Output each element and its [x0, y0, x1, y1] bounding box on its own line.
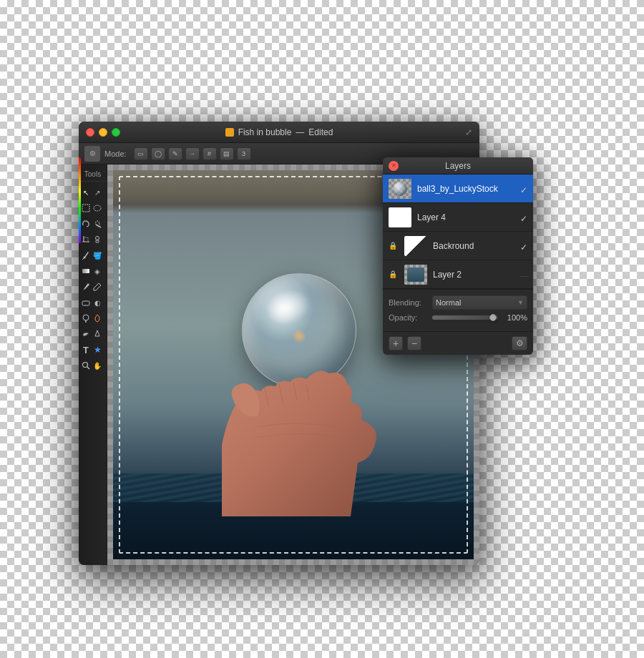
layer-name-layer4: Layer 4	[417, 212, 514, 222]
paint-bucket-icon: 🪣	[92, 250, 102, 260]
close-button[interactable]	[86, 128, 94, 137]
layer-visibility-backround[interactable]: ✓	[520, 242, 527, 250]
tool-smudge[interactable]	[79, 326, 104, 342]
toolbar-btn-3d[interactable]: 3	[237, 147, 251, 160]
blur-icon: ◐	[92, 298, 102, 308]
layer-item-ball[interactable]: ball3_by_LuckyStock ✓	[383, 175, 533, 203]
opacity-slider[interactable]	[432, 315, 498, 320]
tool-gradient[interactable]: ◈	[79, 263, 104, 279]
svg-line-16	[82, 258, 84, 260]
tool-crop[interactable]	[79, 232, 104, 247]
layer-visibility-layer4[interactable]: ✓	[520, 214, 527, 221]
mode-label: Mode:	[104, 149, 127, 158]
svg-point-1	[94, 205, 101, 211]
tools-panel: Tools ↖ ↗	[79, 164, 107, 565]
layers-close-button[interactable]: ✕	[389, 161, 399, 171]
sharpen-icon	[92, 329, 102, 339]
cursor-icon: ↖	[81, 187, 91, 197]
tool-brush[interactable]	[79, 279, 104, 295]
rect-select-icon	[81, 203, 91, 213]
app-icon	[225, 128, 234, 137]
tool-lasso[interactable]	[79, 216, 104, 232]
tool-dodge[interactable]	[79, 310, 104, 326]
layer-thumb-backround	[404, 236, 427, 256]
toolbar-btn-path[interactable]: ✎	[168, 147, 182, 160]
layers-controls: Blending: Normal ▼ Opacity: 100%	[383, 289, 533, 331]
window-title: Fish in bubble — Edited	[225, 127, 333, 137]
expand-button[interactable]: ⤢	[465, 127, 472, 137]
stamp-icon	[92, 235, 102, 245]
svg-point-21	[83, 363, 88, 368]
title-bar: Fish in bubble — Edited ⤢	[79, 122, 479, 143]
tool-cursor[interactable]: ↖ ↗	[79, 185, 104, 200]
layer-thumb-layer4	[389, 207, 411, 227]
minimize-button[interactable]	[99, 128, 107, 137]
direct-select-icon: ↗	[92, 187, 102, 197]
svg-rect-13	[96, 240, 99, 242]
svg-rect-0	[82, 205, 89, 212]
toolbar-btn-grid[interactable]: #	[203, 147, 217, 160]
opacity-handle[interactable]	[489, 314, 497, 321]
tool-text[interactable]: T ★	[79, 342, 104, 358]
svg-line-4	[99, 222, 100, 223]
eraser-icon	[81, 298, 91, 308]
tool-eraser[interactable]: ◐	[79, 295, 104, 310]
zoom-icon	[81, 360, 91, 370]
layer-visibility-ball[interactable]: ✓	[520, 185, 527, 192]
layer-visibility-layer2[interactable]: —	[520, 271, 527, 278]
toolbar-btn-ellipse[interactable]: ◯	[151, 147, 165, 160]
maximize-button[interactable]	[112, 128, 120, 137]
tool-eyedropper[interactable]: 🪣	[79, 247, 104, 263]
traffic-lights	[86, 128, 120, 137]
magic-wand-icon	[92, 219, 102, 229]
blending-row: Blending: Normal ▼	[389, 295, 527, 310]
dodge-icon	[81, 313, 91, 323]
lasso-icon	[81, 219, 91, 229]
blending-select[interactable]: Normal ▼	[432, 295, 527, 310]
layers-panel-header: ✕ Layers	[383, 157, 533, 175]
svg-line-22	[87, 367, 89, 369]
eyedropper-icon	[81, 250, 91, 260]
gradient-bar	[79, 157, 81, 243]
hand-svg	[193, 302, 394, 516]
layer-item-backround[interactable]: 🔒 Backround ✓	[383, 232, 533, 260]
layer-item-layer2[interactable]: 🔒 Layer 2 —	[383, 260, 533, 289]
layer-item-layer4[interactable]: Layer 4 ✓	[383, 203, 533, 232]
toolbar-btn-arrow[interactable]: →	[185, 147, 200, 160]
crop-icon	[81, 235, 91, 245]
document-name: Fish in bubble	[238, 127, 292, 137]
title-separator: —	[296, 127, 304, 137]
tool-zoom[interactable]: ✋	[79, 358, 104, 373]
layer-name-layer2: Layer 2	[433, 270, 514, 280]
tool-select-rect[interactable]	[79, 200, 104, 216]
blending-label: Blending:	[389, 298, 428, 307]
layers-footer: + − ⚙	[383, 331, 533, 355]
layer-lock-icon-2: 🔒	[389, 270, 397, 278]
toolbar-btn-layers[interactable]: ▤	[220, 147, 234, 160]
layers-title: Layers	[445, 161, 471, 171]
remove-layer-button[interactable]: −	[407, 336, 421, 350]
layer-thumb-layer2	[404, 265, 427, 285]
ellipse-select-icon	[92, 203, 102, 213]
fill-icon: ◈	[92, 266, 102, 276]
opacity-row: Opacity: 100%	[389, 313, 527, 322]
smudge-icon	[81, 329, 91, 339]
tools-header: Tools	[79, 167, 107, 182]
hand-icon: ✋	[92, 360, 102, 370]
svg-rect-18	[82, 301, 89, 305]
gradient-icon	[81, 266, 91, 276]
toolbar-btn-rect[interactable]: ▭	[134, 147, 148, 160]
svg-line-14	[85, 252, 88, 257]
opacity-value: 100%	[502, 313, 527, 322]
brush-icon	[81, 282, 91, 292]
layers-gear-button[interactable]: ⚙	[512, 336, 527, 350]
toolbar-items: ▭ ◯ ✎ → # ▤ 3	[134, 147, 251, 160]
burn-icon	[92, 313, 102, 323]
svg-line-5	[95, 222, 97, 223]
svg-line-7	[96, 225, 101, 227]
add-layer-button[interactable]: +	[389, 336, 403, 350]
layers-panel: ✕ Layers ball3_by_LuckyStock ✓ Layer 4 ✓…	[383, 157, 533, 355]
settings-icon[interactable]: ⚙	[84, 146, 100, 162]
blending-value: Normal	[436, 298, 461, 307]
text-icon: T	[81, 345, 91, 355]
